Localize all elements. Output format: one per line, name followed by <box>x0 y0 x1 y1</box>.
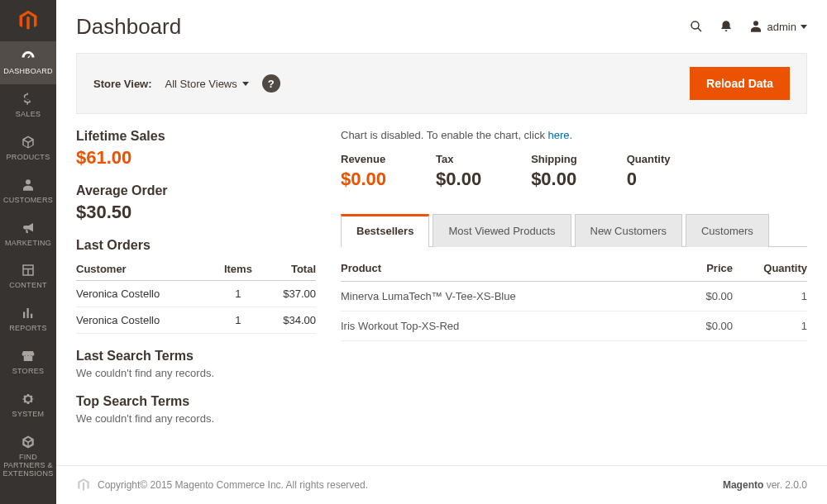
nav-system[interactable]: SYSTEM <box>0 384 56 427</box>
store-view-label: Store View: <box>93 78 152 90</box>
table-row[interactable]: Veronica Costello1$37.00 <box>76 281 316 307</box>
store-view-select[interactable]: All Store Views <box>165 78 249 90</box>
layout-icon <box>21 262 36 278</box>
avg-order-block: Average Order $30.50 <box>76 183 316 223</box>
metric-tax: Tax$0.00 <box>436 153 481 190</box>
tab-most-viewed[interactable]: Most Viewed Products <box>433 214 571 247</box>
col-customer: Customer <box>76 258 215 281</box>
nav-reports[interactable]: REPORTS <box>0 298 56 341</box>
chevron-down-icon <box>242 82 249 86</box>
metric-quantity: Quantity0 <box>627 153 671 190</box>
metric-label: Revenue <box>341 153 386 165</box>
avg-order-value: $30.50 <box>76 202 316 223</box>
nav-dashboard[interactable]: DASHBOARD <box>0 41 56 84</box>
avg-order-label: Average Order <box>76 183 316 198</box>
store-icon <box>21 348 36 364</box>
metric-label: Tax <box>436 153 481 165</box>
last-orders-table: Customer Items Total Veronica Costello1$… <box>76 258 316 334</box>
col-items: Items <box>215 258 261 281</box>
nav-label: PRODUCTS <box>7 154 50 162</box>
enable-chart-link[interactable]: here <box>548 129 570 141</box>
megaphone-icon <box>21 220 36 236</box>
store-view-bar: Store View: All Store Views ? Reload Dat… <box>76 53 807 114</box>
search-icon[interactable] <box>689 19 704 34</box>
col-price: Price <box>658 255 733 282</box>
admin-user-name: admin <box>767 21 796 33</box>
chart-note-post: . <box>570 129 573 141</box>
cell: Minerva LumaTech™ V-Tee-XS-Blue <box>341 282 658 311</box>
nav-sales[interactable]: SALES <box>0 84 56 127</box>
col-quantity: Quantity <box>733 255 807 282</box>
cell: 1 <box>215 281 261 307</box>
nav-content[interactable]: CONTENT <box>0 255 56 298</box>
reload-data-button[interactable]: Reload Data <box>690 67 790 100</box>
metric-value: $0.00 <box>341 169 386 190</box>
metric-value: $0.00 <box>531 169 577 190</box>
page-title: Dashboard <box>76 14 181 40</box>
person-icon <box>21 177 36 193</box>
version: ver. 2.0.0 <box>763 479 807 491</box>
nav-products[interactable]: PRODUCTS <box>0 127 56 170</box>
nav-find-partners[interactable]: FIND PARTNERS & EXTENSIONS <box>0 427 56 487</box>
help-icon[interactable]: ? <box>262 74 280 93</box>
cell: $37.00 <box>261 281 316 307</box>
brand: Magento <box>723 479 763 491</box>
metric-value: $0.00 <box>436 169 481 190</box>
dollar-icon <box>21 91 36 107</box>
nav-label: REPORTS <box>9 325 46 333</box>
sidebar: DASHBOARD SALES PRODUCTS CUSTOMERS MARKE… <box>0 0 56 504</box>
nav-customers[interactable]: CUSTOMERS <box>0 170 56 213</box>
table-row[interactable]: Iris Workout Top-XS-Red$0.001 <box>341 311 807 341</box>
box-icon <box>21 134 36 150</box>
cell: Iris Workout Top-XS-Red <box>341 311 658 341</box>
cell: $0.00 <box>658 282 733 311</box>
footer: Copyright© 2015 Magento Commerce Inc. Al… <box>56 465 827 504</box>
no-records-text: We couldn't find any records. <box>76 367 316 379</box>
tab-bestsellers[interactable]: Bestsellers <box>341 214 429 247</box>
table-row[interactable]: Minerva LumaTech™ V-Tee-XS-Blue$0.001 <box>341 282 807 311</box>
cell: $34.00 <box>261 307 316 334</box>
chart-disabled-note: Chart is disabled. To enable the chart, … <box>341 129 807 141</box>
tab-customers[interactable]: Customers <box>686 214 769 247</box>
last-search-title: Last Search Terms <box>76 349 316 364</box>
cell: 1 <box>733 282 807 311</box>
metric-label: Shipping <box>531 153 577 165</box>
cell: $0.00 <box>658 311 733 341</box>
cell: Veronica Costello <box>76 307 215 334</box>
bestsellers-table: Product Price Quantity Minerva LumaTech™… <box>341 255 807 341</box>
nav-label: CUSTOMERS <box>3 197 53 205</box>
nav-label: FIND PARTNERS & EXTENSIONS <box>2 454 55 478</box>
lifetime-sales-block: Lifetime Sales $61.00 <box>76 129 316 169</box>
nav-label: SALES <box>16 111 41 119</box>
store-view-selected: All Store Views <box>165 78 237 90</box>
col-total: Total <box>261 258 316 281</box>
nav-stores[interactable]: STORES <box>0 341 56 384</box>
tab-new-customers[interactable]: New Customers <box>575 214 682 247</box>
admin-user-menu[interactable]: admin <box>748 19 807 34</box>
cell: Veronica Costello <box>76 281 215 307</box>
notifications-icon[interactable] <box>719 19 734 34</box>
nav-marketing[interactable]: MARKETING <box>0 213 56 256</box>
top-search-block: Top Search Terms We couldn't find any re… <box>76 394 316 425</box>
metric-revenue: Revenue$0.00 <box>341 153 386 190</box>
copyright-text: Copyright© 2015 Magento Commerce Inc. Al… <box>98 479 368 491</box>
nav-label: DASHBOARD <box>3 68 53 76</box>
metric-value: 0 <box>627 169 671 190</box>
nav-label: CONTENT <box>9 282 47 290</box>
magento-logo[interactable] <box>0 0 56 41</box>
chart-note-pre: Chart is disabled. To enable the chart, … <box>341 129 548 141</box>
last-orders-block: Last Orders Customer Items Total Veronic… <box>76 238 316 334</box>
bars-icon <box>21 305 36 321</box>
last-search-block: Last Search Terms We couldn't find any r… <box>76 349 316 379</box>
col-product: Product <box>341 255 658 282</box>
top-search-title: Top Search Terms <box>76 394 316 409</box>
no-records-text: We couldn't find any records. <box>76 412 316 425</box>
cell: 1 <box>733 311 807 341</box>
tabs-row: Bestsellers Most Viewed Products New Cus… <box>341 213 807 247</box>
partners-icon <box>21 434 36 450</box>
gear-icon <box>21 391 36 407</box>
last-orders-title: Last Orders <box>76 238 316 253</box>
table-row[interactable]: Veronica Costello1$34.00 <box>76 307 316 334</box>
metric-label: Quantity <box>627 153 671 165</box>
nav-label: SYSTEM <box>12 411 45 419</box>
